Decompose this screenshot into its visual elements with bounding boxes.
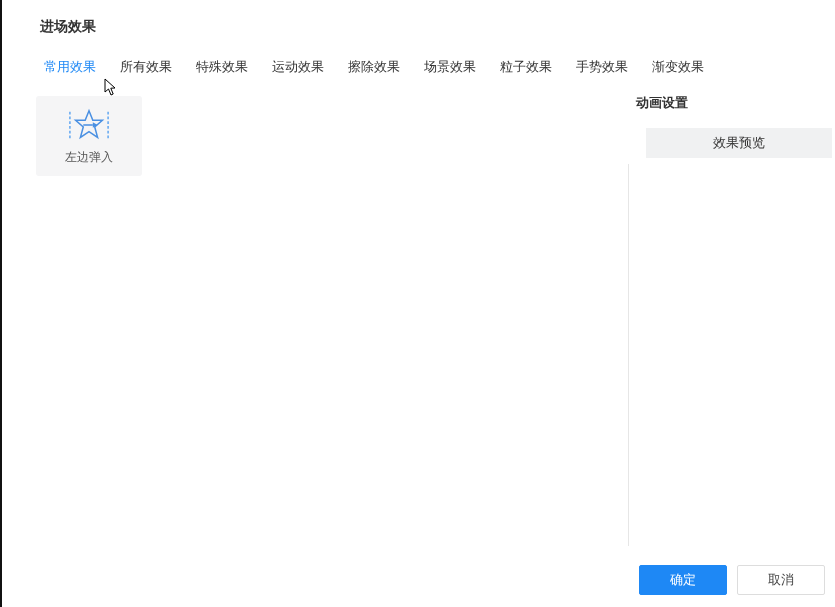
dialog-header: 进场效果: [2, 0, 835, 36]
effect-label: 左边弹入: [65, 149, 113, 166]
tab-scene-effects[interactable]: 场景效果: [412, 58, 488, 82]
tab-motion-effects[interactable]: 运动效果: [260, 58, 336, 82]
svg-marker-2: [76, 110, 103, 137]
animation-settings-title: 动画设置: [628, 94, 828, 112]
dialog-footer: 确定 取消: [639, 565, 825, 595]
tab-particle-effects[interactable]: 粒子效果: [488, 58, 564, 82]
tab-gesture-effects[interactable]: 手势效果: [564, 58, 640, 82]
effect-card-left-bounce-in[interactable]: 左边弹入: [36, 96, 142, 176]
tab-common-effects[interactable]: 常用效果: [40, 58, 108, 82]
effect-tabs: 常用效果 所有效果 特殊效果 运动效果 擦除效果 场景效果 粒子效果 手势效果 …: [2, 36, 835, 82]
tab-wipe-effects[interactable]: 擦除效果: [336, 58, 412, 82]
panel-divider: [628, 164, 629, 546]
tab-special-effects[interactable]: 特殊效果: [184, 58, 260, 82]
ok-button[interactable]: 确定: [639, 565, 727, 595]
tab-all-effects[interactable]: 所有效果: [108, 58, 184, 82]
tab-gradient-effects[interactable]: 渐变效果: [640, 58, 716, 82]
right-panel: 动画设置 效果预览: [628, 94, 828, 158]
star-arrow-right-icon: [68, 107, 110, 143]
dialog-title: 进场效果: [40, 18, 835, 36]
cancel-button[interactable]: 取消: [737, 565, 825, 595]
effect-grid: 左边弹入: [36, 96, 626, 176]
preview-header: 效果预览: [646, 128, 832, 158]
